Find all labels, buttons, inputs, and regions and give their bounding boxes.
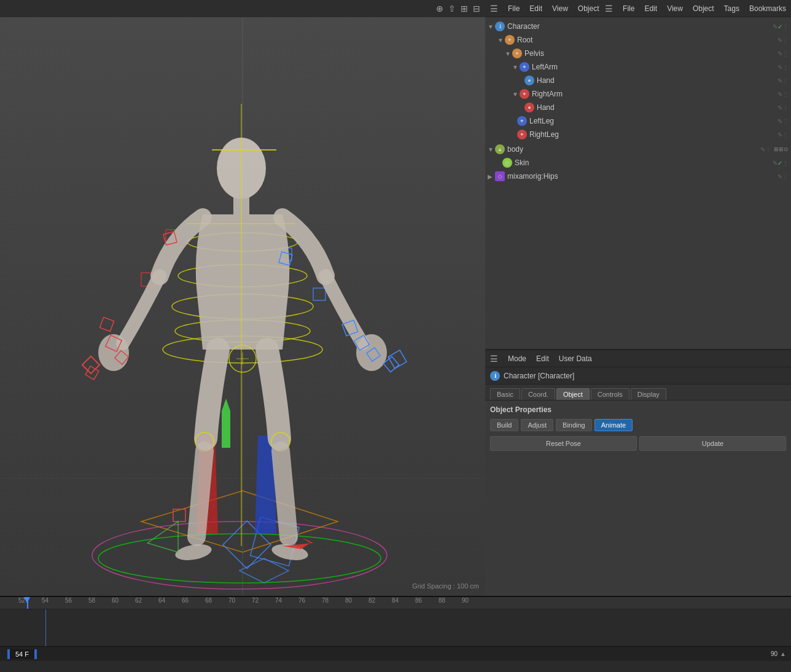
character-more[interactable]: ⋮ (782, 23, 789, 30)
expand-mixamorig[interactable]: ▶ (488, 173, 495, 180)
frame-indicator[interactable] (7, 649, 37, 659)
viewport-options-icon[interactable]: ⊟ (473, 4, 480, 14)
props-tabs: Basic Coord. Object Controls Display (485, 385, 791, 400)
ruler-54: 54 (42, 597, 49, 604)
scroll-up-icon[interactable]: ▲ (780, 651, 786, 657)
tab-coord[interactable]: Coord. (521, 388, 555, 400)
mixamorig-more[interactable]: ⋮ (782, 173, 789, 180)
props-menu-edit[interactable]: Edit (536, 354, 549, 363)
menu-view[interactable]: View (667, 4, 683, 13)
scene-canvas[interactable]: Grid Spacing : 100 cm (0, 17, 485, 596)
character-check[interactable]: ✓ (777, 23, 782, 30)
expand-character[interactable]: ▼ (488, 23, 495, 30)
btn-binding[interactable]: Binding (556, 419, 592, 431)
hand-left-icon: ● (524, 76, 534, 85)
tree-menu-view[interactable]: View (552, 4, 568, 13)
rightarm-edit[interactable]: ✎ (777, 91, 782, 98)
svg-marker-43 (222, 399, 230, 448)
hand-right-more[interactable]: ⋮ (782, 104, 789, 111)
body-edit[interactable]: ✎ (760, 146, 765, 153)
tab-controls[interactable]: Controls (591, 388, 629, 400)
tab-basic[interactable]: Basic (490, 388, 520, 400)
props-buttons-row: Build Adjust Binding Animate (490, 419, 786, 431)
hand-right-icon: ● (524, 103, 534, 112)
expand-root[interactable]: ▼ (497, 37, 505, 44)
mixamorig-icon: ◇ (495, 171, 505, 181)
menu-tags[interactable]: Tags (724, 4, 739, 13)
pelvis-edit[interactable]: ✎ (777, 50, 782, 57)
tree-item-skin[interactable]: ◎ Skin ✎ ✓ ⋮ (485, 156, 791, 170)
hand-left-more[interactable]: ⋮ (782, 77, 789, 84)
tab-display[interactable]: Display (631, 388, 666, 400)
expand-leftarm[interactable]: ▼ (512, 64, 520, 71)
rightleg-edit[interactable]: ✎ (777, 131, 782, 138)
root-more[interactable]: ⋮ (782, 37, 789, 44)
tree-item-hand-right[interactable]: ● Hand ✎ ⋮ (485, 101, 791, 114)
skin-check[interactable]: ✓ (777, 160, 782, 166)
body-icon: ▲ (495, 144, 505, 154)
tree-item-body[interactable]: ▼ ▲ body ✎ ⋮ ⊞⊞⊙ (485, 143, 791, 156)
leftarm-edit[interactable]: ✎ (777, 64, 782, 71)
leftarm-more[interactable]: ⋮ (782, 64, 789, 71)
btn-adjust[interactable]: Adjust (521, 419, 553, 431)
tab-object[interactable]: Object (556, 388, 590, 400)
rightarm-more[interactable]: ⋮ (782, 91, 789, 98)
props-section-title: Object Properties (490, 405, 786, 414)
tree-menu-edit[interactable]: Edit (529, 4, 542, 13)
playhead[interactable] (27, 597, 28, 609)
skin-more[interactable]: ⋮ (782, 160, 789, 166)
tree-menu-file[interactable]: File (508, 4, 520, 13)
svg-marker-46 (240, 558, 289, 583)
timeline-tracks[interactable] (0, 609, 791, 646)
leftleg-edit[interactable]: ✎ (777, 118, 782, 125)
pelvis-more[interactable]: ⋮ (782, 50, 789, 57)
tree-item-mixamorig[interactable]: ▶ ◇ mixamorig:Hips ✎ ⋮ (485, 170, 791, 183)
rotate-icon[interactable]: ⊞ (461, 4, 468, 14)
grid-spacing-label: Grid Spacing : 100 cm (412, 582, 479, 590)
props-menu-mode[interactable]: Mode (508, 354, 526, 363)
props-menu-bar: ☰ Mode Edit User Data (485, 350, 791, 367)
tree-menu-object[interactable]: Object (578, 4, 599, 13)
menu-edit[interactable]: Edit (644, 4, 657, 13)
skin-edit[interactable]: ✎ (773, 160, 777, 166)
mixamorig-edit[interactable]: ✎ (777, 173, 782, 180)
move-icon[interactable]: ⊕ (436, 4, 443, 14)
tree-item-character[interactable]: ▼ ℹ Character ✎ ✓ ⋮ (485, 20, 791, 33)
expand-rightarm[interactable]: ▼ (512, 91, 520, 98)
tree-item-root[interactable]: ▼ ✦ Root ✎ ⋮ (485, 33, 791, 47)
tree-item-rightleg[interactable]: ✦ RightLeg ✎ ⋮ (485, 128, 791, 141)
ruler-80: 80 (345, 597, 352, 604)
btn-build[interactable]: Build (490, 419, 518, 431)
hand-left-edit[interactable]: ✎ (777, 77, 782, 84)
hand-right-label: Hand (537, 103, 777, 112)
tree-item-leftleg[interactable]: ✦ LeftLeg ✎ ⋮ (485, 114, 791, 128)
svg-rect-11 (313, 288, 325, 300)
tree-item-hand-left[interactable]: ● Hand ✎ ⋮ (485, 74, 791, 87)
menu-bookmarks[interactable]: Bookmarks (749, 4, 786, 13)
viewport[interactable]: ⊕ ⇧ ⊞ ⊟ (0, 0, 485, 596)
menu-file[interactable]: File (623, 4, 634, 13)
leftleg-more[interactable]: ⋮ (782, 118, 789, 125)
rightleg-more[interactable]: ⋮ (782, 131, 789, 138)
menu-object[interactable]: Object (693, 4, 714, 13)
btn-animate[interactable]: Animate (594, 419, 633, 431)
frame-input[interactable] (10, 649, 34, 659)
ruler-82: 82 (368, 597, 375, 604)
props-menu-userdata[interactable]: User Data (559, 354, 592, 363)
character-edit[interactable]: ✎ (773, 23, 777, 30)
body-more[interactable]: ⋮ (765, 146, 771, 153)
tree-menu-icon: ☰ (490, 4, 498, 14)
expand-pelvis[interactable]: ▼ (505, 50, 512, 57)
tree-item-rightarm[interactable]: ▼ ✦ RightArm ✎ ⋮ (485, 87, 791, 101)
ruler-70: 70 (228, 597, 235, 604)
root-edit[interactable]: ✎ (777, 37, 782, 44)
scale-icon[interactable]: ⇧ (448, 4, 456, 14)
btn-update[interactable]: Update (639, 436, 786, 451)
ruler-52: 52 (18, 597, 25, 604)
hand-right-edit[interactable]: ✎ (777, 104, 782, 111)
playhead-track-line (45, 609, 46, 646)
tree-item-leftarm[interactable]: ▼ ✦ LeftArm ✎ ⋮ (485, 60, 791, 74)
tree-item-pelvis[interactable]: ▼ ✦ Pelvis ✎ ⋮ (485, 47, 791, 60)
expand-body[interactable]: ▼ (488, 146, 495, 153)
btn-reset-pose[interactable]: Reset Pose (490, 436, 637, 451)
